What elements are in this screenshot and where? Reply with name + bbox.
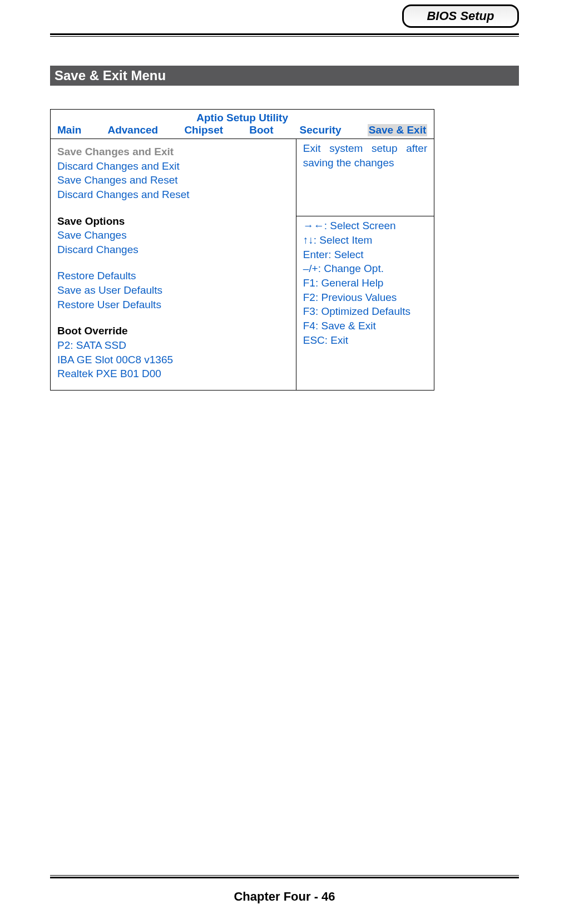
item-save-changes-reset[interactable]: Save Changes and Reset [57,173,289,187]
bios-tabs: Main Advanced Chipset Boot Security Save… [57,124,427,136]
tab-chipset[interactable]: Chipset [184,124,223,136]
hint-f2: F2: Previous Values [303,290,428,305]
item-save-user-defaults[interactable]: Save as User Defaults [57,283,289,298]
item-save-changes[interactable]: Save Changes [57,228,289,243]
tab-advanced[interactable]: Advanced [107,124,158,136]
bios-title: Aptio Setup Utility [51,110,434,125]
tab-main[interactable]: Main [57,124,81,136]
page-header-label: BIOS Setup [427,9,494,23]
footer-divider [50,875,519,878]
page-header-badge: BIOS Setup [402,4,519,28]
keyboard-hints: →←: Select Screen ↑↓: Select Item Enter:… [303,219,428,347]
footer-label: Chapter Four - 46 [234,890,335,903]
hint-f1: F1: General Help [303,276,428,290]
hint-enter: Enter: Select [303,248,428,262]
item-boot-iba-ge[interactable]: IBA GE Slot 00C8 v1365 [57,353,289,367]
hint-esc: ESC: Exit [303,333,428,348]
hint-select-screen: →←: Select Screen [303,219,428,233]
item-restore-defaults[interactable]: Restore Defaults [57,269,289,283]
hint-f4: F4: Save & Exit [303,319,428,333]
heading-save-options: Save Options [57,214,289,229]
help-description: Exit system setup after saving the chang… [303,141,428,192]
section-title: Save & Exit Menu [50,66,519,86]
hint-change-opt: –/+: Change Opt. [303,261,428,276]
bios-setup-table: Aptio Setup Utility Main Advanced Chipse… [50,109,434,391]
page-footer: Chapter Four - 46 [0,890,569,904]
item-boot-realtek-pxe[interactable]: Realtek PXE B01 D00 [57,367,289,381]
item-restore-user-defaults[interactable]: Restore User Defaults [57,298,289,312]
item-discard-changes[interactable]: Discard Changes [57,243,289,257]
section-title-text: Save & Exit Menu [55,68,166,83]
header-divider [50,33,519,37]
heading-boot-override: Boot Override [57,324,289,338]
tab-security[interactable]: Security [300,124,342,136]
item-discard-changes-exit[interactable]: Discard Changes and Exit [57,159,289,174]
tab-boot[interactable]: Boot [249,124,273,136]
hint-f3: F3: Optimized Defaults [303,304,428,319]
bios-menu-items: Save Changes and Exit Discard Changes an… [57,141,289,381]
item-save-changes-exit[interactable]: Save Changes and Exit [57,145,289,159]
hint-select-item: ↑↓: Select Item [303,233,428,248]
item-boot-sata-ssd[interactable]: P2: SATA SSD [57,338,289,353]
tab-save-exit[interactable]: Save & Exit [368,124,428,136]
item-discard-changes-reset[interactable]: Discard Changes and Reset [57,187,289,202]
